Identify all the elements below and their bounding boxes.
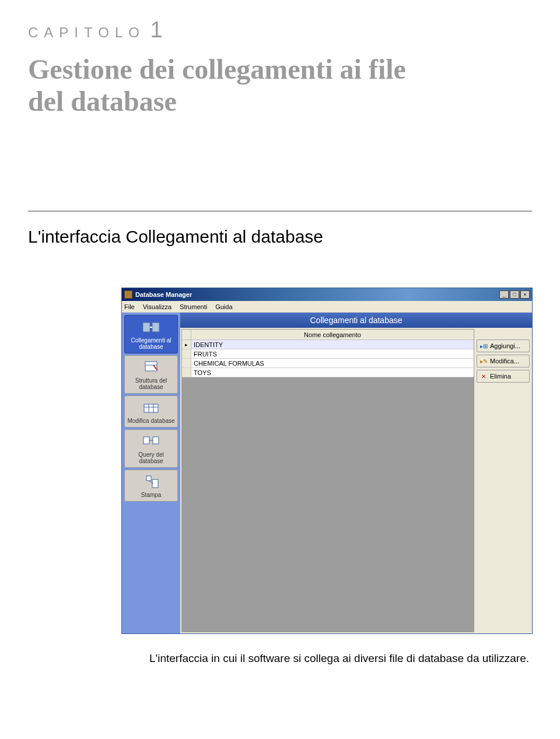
chapter-label: CAPITOLO: [28, 24, 145, 40]
sidebar-item-label: Modifica database: [127, 418, 174, 424]
sidebar: Collegamenti al database Struttura del d…: [122, 313, 180, 633]
close-button[interactable]: ×: [520, 290, 530, 299]
menu-visualizza[interactable]: Visualizza: [143, 303, 172, 310]
cell-nome: CHEMICAL FORMULAS: [191, 359, 474, 367]
chapter-title: Gestione dei collegamenti ai file del da…: [28, 53, 532, 117]
edit-icon: ▸✎: [480, 358, 488, 365]
menu-file[interactable]: File: [124, 303, 135, 310]
query-icon: [142, 433, 160, 450]
modify-button[interactable]: ▸✎ Modifica...: [477, 355, 530, 367]
window-controls: _ □ ×: [499, 290, 530, 299]
section-title: L'interfaccia Collegamenti al database: [28, 227, 532, 247]
print-icon: [142, 474, 160, 490]
row-marker: ▸: [182, 340, 191, 349]
titlebar: Database Manager _ □ ×: [122, 288, 532, 301]
sidebar-item-modifica[interactable]: Modifica database: [124, 395, 178, 428]
grid-corner: [182, 330, 191, 339]
app-icon: [124, 290, 132, 299]
sidebar-item-query[interactable]: Query del database: [124, 429, 178, 468]
maximize-button[interactable]: □: [510, 290, 519, 299]
menu-guida[interactable]: Guida: [215, 303, 232, 310]
window-title: Database Manager: [135, 291, 499, 298]
svg-rect-5: [144, 404, 158, 412]
cell-nome: IDENTITY: [191, 340, 474, 349]
title-line-1: Gestione dei collegamenti ai file: [28, 54, 406, 85]
action-buttons: ▸⊞ Aggiungi... ▸✎ Modifica... ✕ Elimina: [475, 329, 531, 632]
modify-button-label: Modifica...: [490, 358, 519, 365]
table-row[interactable]: ▸ IDENTITY: [182, 340, 474, 349]
sidebar-item-label: Collegamenti al database: [131, 337, 172, 350]
cell-nome: TOYS: [191, 368, 474, 377]
grid-body: ▸ IDENTITY FRUITS CHEMICAL FORMULAS: [182, 340, 474, 632]
sidebar-item-label: Query del database: [138, 451, 163, 464]
table-row[interactable]: CHEMICAL FORMULAS: [182, 359, 474, 368]
divider: [28, 211, 532, 212]
minimize-button[interactable]: _: [499, 290, 509, 299]
sidebar-item-collegamenti[interactable]: Collegamenti al database: [124, 315, 178, 353]
cell-nome: FRUITS: [191, 349, 474, 358]
main-panel: Collegamenti al database Nome collegamen…: [180, 313, 532, 633]
table-row[interactable]: TOYS: [182, 368, 474, 377]
figure-caption: L'interfaccia in cui il software si coll…: [149, 650, 531, 667]
row-marker: [182, 349, 191, 358]
table-row[interactable]: FRUITS: [182, 349, 474, 359]
sidebar-item-label: Stampa: [141, 492, 161, 498]
database-link-icon: [142, 319, 160, 335]
connection-grid: Nome collegamento ▸ IDENTITY FRUITS: [181, 329, 474, 632]
add-button[interactable]: ▸⊞ Aggiungi...: [477, 339, 530, 352]
application-window: Database Manager _ □ × File Visualizza S…: [121, 288, 533, 634]
add-button-label: Aggiungi...: [490, 342, 520, 349]
grid-header: Nome collegamento: [182, 330, 474, 340]
sidebar-item-struttura[interactable]: Struttura del database: [124, 355, 178, 394]
svg-rect-3: [145, 362, 157, 371]
sidebar-item-stampa[interactable]: Stampa: [124, 470, 178, 502]
menu-strumenti[interactable]: Strumenti: [180, 303, 207, 310]
svg-rect-10: [153, 437, 159, 444]
main-content: Nome collegamento ▸ IDENTITY FRUITS: [180, 328, 532, 633]
chapter-number: 1: [150, 17, 162, 42]
delete-button[interactable]: ✕ Elimina: [477, 370, 530, 383]
window-body: Collegamenti al database Struttura del d…: [122, 313, 532, 633]
screenshot: Database Manager _ □ × File Visualizza S…: [121, 288, 533, 634]
column-header-nome[interactable]: Nome collegamento: [191, 330, 474, 339]
svg-rect-1: [152, 323, 159, 332]
structure-icon: [142, 359, 160, 376]
delete-button-label: Elimina: [490, 373, 511, 380]
svg-rect-11: [146, 476, 151, 481]
chapter-heading: CAPITOLO 1: [28, 17, 532, 43]
svg-rect-0: [143, 323, 150, 332]
menubar: File Visualizza Strumenti Guida: [122, 301, 532, 313]
edit-database-icon: [142, 400, 160, 416]
add-icon: ▸⊞: [480, 343, 488, 349]
svg-rect-9: [144, 437, 149, 444]
row-marker: [182, 359, 191, 367]
delete-icon: ✕: [480, 373, 488, 380]
main-panel-title: Collegamenti al database: [180, 313, 532, 328]
row-marker: [182, 368, 191, 377]
sidebar-item-label: Struttura del database: [135, 377, 167, 390]
title-line-2: del database: [28, 86, 177, 117]
